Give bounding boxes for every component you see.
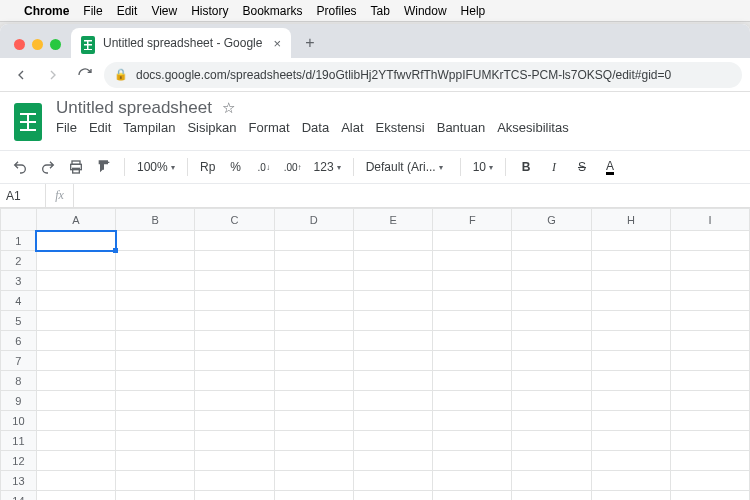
row-header[interactable]: 2 xyxy=(1,251,37,271)
row-header[interactable]: 1 xyxy=(1,231,37,251)
font-size-select[interactable]: 10 xyxy=(469,155,497,179)
column-header[interactable]: H xyxy=(591,209,670,231)
cell[interactable] xyxy=(195,291,274,311)
cell[interactable] xyxy=(671,351,750,371)
cell[interactable] xyxy=(591,311,670,331)
menu-file[interactable]: File xyxy=(56,120,77,135)
cell[interactable] xyxy=(591,491,670,501)
column-header[interactable]: E xyxy=(353,209,432,231)
cell[interactable] xyxy=(116,291,195,311)
cell[interactable] xyxy=(353,471,432,491)
cell[interactable] xyxy=(116,311,195,331)
cell[interactable] xyxy=(512,491,591,501)
row-header[interactable]: 7 xyxy=(1,351,37,371)
mac-menu-edit[interactable]: Edit xyxy=(117,4,138,18)
cell[interactable] xyxy=(274,431,353,451)
text-color-button[interactable]: A xyxy=(598,155,622,179)
column-header[interactable]: C xyxy=(195,209,274,231)
row-header[interactable]: 5 xyxy=(1,311,37,331)
new-tab-button[interactable]: + xyxy=(297,30,323,56)
cell[interactable] xyxy=(195,411,274,431)
cell[interactable] xyxy=(195,311,274,331)
cell[interactable] xyxy=(195,451,274,471)
menu-edit[interactable]: Edit xyxy=(89,120,111,135)
column-header[interactable]: D xyxy=(274,209,353,231)
row-header[interactable]: 11 xyxy=(1,431,37,451)
mac-app-name[interactable]: Chrome xyxy=(24,4,69,18)
cell[interactable] xyxy=(512,231,591,251)
row-header[interactable]: 10 xyxy=(1,411,37,431)
cell[interactable] xyxy=(274,451,353,471)
mac-menu-view[interactable]: View xyxy=(151,4,177,18)
more-formats-button[interactable]: 123 xyxy=(310,155,345,179)
row-header[interactable]: 6 xyxy=(1,331,37,351)
cell[interactable] xyxy=(433,231,512,251)
cell[interactable] xyxy=(274,251,353,271)
cell[interactable] xyxy=(512,471,591,491)
cell[interactable] xyxy=(195,271,274,291)
cell[interactable] xyxy=(353,411,432,431)
cell[interactable] xyxy=(671,311,750,331)
cell[interactable] xyxy=(353,431,432,451)
cell[interactable] xyxy=(512,251,591,271)
cell[interactable] xyxy=(591,351,670,371)
undo-button[interactable] xyxy=(8,155,32,179)
mac-menu-history[interactable]: History xyxy=(191,4,228,18)
cell[interactable] xyxy=(671,231,750,251)
cell[interactable] xyxy=(512,431,591,451)
cell[interactable] xyxy=(36,371,115,391)
cell[interactable] xyxy=(116,371,195,391)
cell[interactable] xyxy=(591,451,670,471)
cell[interactable] xyxy=(274,371,353,391)
formula-input[interactable] xyxy=(74,184,750,207)
cell[interactable] xyxy=(353,311,432,331)
column-header[interactable]: A xyxy=(36,209,115,231)
cell[interactable] xyxy=(116,391,195,411)
cell[interactable] xyxy=(195,471,274,491)
cell[interactable] xyxy=(195,371,274,391)
cell[interactable] xyxy=(512,291,591,311)
cell[interactable] xyxy=(433,331,512,351)
row-header[interactable]: 9 xyxy=(1,391,37,411)
cell[interactable] xyxy=(36,491,115,501)
cell[interactable] xyxy=(353,251,432,271)
menu-data[interactable]: Data xyxy=(302,120,329,135)
cell[interactable] xyxy=(512,451,591,471)
tab-close-icon[interactable]: × xyxy=(273,36,281,51)
cell[interactable] xyxy=(36,471,115,491)
print-button[interactable] xyxy=(64,155,88,179)
cell[interactable] xyxy=(671,291,750,311)
cell[interactable] xyxy=(195,231,274,251)
cell[interactable] xyxy=(671,411,750,431)
close-window-button[interactable] xyxy=(14,39,25,50)
row-header[interactable]: 3 xyxy=(1,271,37,291)
star-icon[interactable]: ☆ xyxy=(222,99,235,117)
menu-extensions[interactable]: Ekstensi xyxy=(376,120,425,135)
cell[interactable] xyxy=(433,291,512,311)
name-box[interactable]: A1 xyxy=(0,184,46,207)
cell[interactable] xyxy=(36,271,115,291)
column-header[interactable]: I xyxy=(671,209,750,231)
cell[interactable] xyxy=(433,471,512,491)
cell[interactable] xyxy=(512,371,591,391)
mac-menu-help[interactable]: Help xyxy=(461,4,486,18)
cell[interactable] xyxy=(671,371,750,391)
cell[interactable] xyxy=(36,351,115,371)
cell[interactable] xyxy=(591,411,670,431)
row-header[interactable]: 12 xyxy=(1,451,37,471)
menu-tools[interactable]: Alat xyxy=(341,120,363,135)
redo-button[interactable] xyxy=(36,155,60,179)
cell[interactable] xyxy=(591,471,670,491)
cell[interactable] xyxy=(116,451,195,471)
cell[interactable] xyxy=(433,451,512,471)
cell[interactable] xyxy=(671,451,750,471)
cell[interactable] xyxy=(353,231,432,251)
cell[interactable] xyxy=(274,491,353,501)
cell[interactable] xyxy=(116,331,195,351)
document-title[interactable]: Untitled spreadsheet xyxy=(56,98,212,118)
back-button[interactable] xyxy=(8,62,34,88)
minimize-window-button[interactable] xyxy=(32,39,43,50)
cell[interactable] xyxy=(116,471,195,491)
cell[interactable] xyxy=(274,231,353,251)
zoom-select[interactable]: 100% xyxy=(133,155,179,179)
